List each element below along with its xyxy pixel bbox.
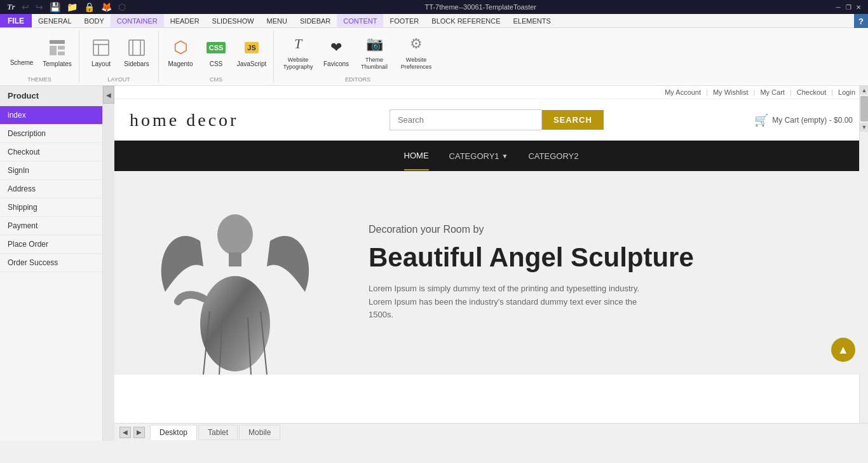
- favicons-icon: ❤: [326, 38, 346, 58]
- svg-point-11: [217, 214, 253, 255]
- toolbar-theme-thumbnail-btn[interactable]: 📷 ThemeThumbnail: [355, 31, 393, 74]
- toolbar-editors-items: T WebsiteTypography ❤ Favicons 📷 ThemeTh…: [279, 31, 437, 74]
- qa-icon-open[interactable]: 📁: [65, 1, 79, 13]
- theme-thumbnail-label: ThemeThumbnail: [361, 57, 388, 71]
- svg-rect-1: [50, 46, 57, 55]
- title-bar: Tr ↩ ↪ 💾 📁 🔒 🦊 ⬡ TT-7theme--30061-Templa…: [0, 0, 868, 14]
- help-btn[interactable]: ?: [854, 14, 868, 28]
- sidebars-icon: [126, 38, 147, 58]
- search-area: SEARCH: [390, 109, 604, 130]
- menu-container[interactable]: CONTAINER: [111, 14, 164, 27]
- toolbar-editors-section: T WebsiteTypography ❤ Favicons 📷 ThemeTh…: [274, 31, 442, 83]
- toolbar-sidebars-btn[interactable]: Sidebars: [120, 31, 153, 74]
- file-menu[interactable]: FILE: [0, 14, 32, 27]
- cart-area: 🛒 My Cart (empty) - $0.00: [754, 113, 853, 127]
- toolbar-magento-btn[interactable]: ⬡ Magento: [164, 31, 197, 74]
- my-wishlist-link[interactable]: My Wishlist: [713, 88, 749, 96]
- toolbar: Scheme Templates Themes Layout: [0, 28, 868, 86]
- menu-content[interactable]: CONTENT: [337, 14, 383, 27]
- next-page-btn[interactable]: ▶: [133, 427, 145, 438]
- layout-label: Layout: [92, 60, 111, 67]
- sidebar-item-description[interactable]: Description: [0, 125, 102, 143]
- nav-item-category2[interactable]: CATEGORY2: [528, 142, 578, 170]
- my-account-link[interactable]: My Account: [665, 88, 701, 96]
- sidebars-label: Sidebars: [124, 60, 149, 67]
- sidebar-item-signin[interactable]: SignIn: [0, 162, 102, 180]
- scroll-down-arrow[interactable]: ▼: [860, 123, 868, 132]
- menu-general[interactable]: GENERAL: [32, 14, 78, 27]
- angel-sculpture-svg: [146, 184, 324, 375]
- preview-header: home decor SEARCH 🛒 My Cart (empty) - $0…: [114, 99, 868, 141]
- preview-hero: Decoration your Room by Beautiful Angel …: [114, 171, 868, 375]
- qa-icon-firefox[interactable]: 🦊: [99, 1, 114, 13]
- thumbnail-icon: 📷: [364, 34, 384, 54]
- search-input[interactable]: [390, 109, 542, 130]
- menu-header[interactable]: HEADER: [164, 14, 206, 27]
- close-btn[interactable]: ✕: [854, 3, 863, 11]
- sidebar: Product index Description Checkout SignI…: [0, 86, 103, 441]
- nav-item-home[interactable]: HOME: [404, 142, 429, 170]
- restore-btn[interactable]: ❐: [844, 3, 853, 11]
- toolbar-css-btn[interactable]: CSS CSS: [200, 31, 233, 74]
- hero-title: Beautiful Angel Sculpture: [369, 243, 843, 272]
- qa-icon-magento[interactable]: ⬡: [116, 1, 128, 13]
- prev-page-btn[interactable]: ◀: [119, 427, 131, 438]
- menu-sidebar[interactable]: SIDEBAR: [294, 14, 337, 27]
- menu-body[interactable]: BODY: [78, 14, 111, 27]
- js-label: JavaScript: [237, 60, 267, 67]
- tab-mobile[interactable]: Mobile: [239, 425, 280, 440]
- checkout-link[interactable]: Checkout: [797, 88, 826, 96]
- menu-menu[interactable]: MENU: [261, 14, 294, 27]
- toolbar-website-typography-btn[interactable]: T WebsiteTypography: [279, 31, 317, 74]
- js-icon: JS: [241, 38, 262, 58]
- toolbar-website-preferences-btn[interactable]: ⚙ WebsitePreferences: [396, 31, 437, 74]
- my-cart-link[interactable]: My Cart: [760, 88, 785, 96]
- sidebar-item-index[interactable]: index: [0, 106, 102, 125]
- css-label: CSS: [210, 60, 223, 67]
- scroll-up-arrow[interactable]: ▲: [860, 86, 868, 95]
- toolbar-favicons-btn[interactable]: ❤ Favicons: [320, 31, 353, 74]
- scheme-label: Scheme: [10, 59, 34, 66]
- qa-icon-save[interactable]: 💾: [48, 1, 62, 13]
- toolbar-layout-btn[interactable]: Layout: [85, 31, 118, 74]
- toolbar-javascript-btn[interactable]: JS JavaScript: [235, 31, 268, 74]
- login-link[interactable]: Login: [838, 88, 855, 96]
- main-layout: Product index Description Checkout SignI…: [0, 86, 868, 441]
- themes-section-label: Themes: [27, 76, 51, 83]
- qa-icon-undo[interactable]: ↩: [20, 1, 31, 13]
- sidebar-item-payment[interactable]: Payment: [0, 217, 102, 235]
- menu-block-reference[interactable]: BLOCK REFERENCE: [425, 14, 506, 27]
- sidebar-item-address[interactable]: Address: [0, 180, 102, 198]
- scroll-to-top-btn[interactable]: ▲: [831, 338, 855, 362]
- qa-icon-redo[interactable]: ↪: [34, 1, 45, 13]
- sidebar-item-shipping[interactable]: Shipping: [0, 198, 102, 217]
- toolbar-scheme-btn[interactable]: Scheme: [5, 31, 38, 74]
- magento-icon: ⬡: [170, 38, 191, 58]
- tab-desktop[interactable]: Desktop: [150, 425, 197, 440]
- qa-icon-tr[interactable]: Tr: [5, 1, 17, 13]
- qa-icon-lock[interactable]: 🔒: [82, 1, 97, 13]
- tab-tablet[interactable]: Tablet: [198, 425, 238, 440]
- menu-footer[interactable]: FOOTER: [383, 14, 425, 27]
- sidebar-item-checkout[interactable]: Checkout: [0, 143, 102, 162]
- scrollbar-thumb[interactable]: [860, 96, 868, 121]
- nav-item-category1[interactable]: CATEGORY1 ▼: [449, 142, 508, 170]
- css-icon: CSS: [206, 38, 226, 58]
- svg-rect-3: [58, 52, 65, 55]
- sidebar-item-order-success[interactable]: Order Success: [0, 254, 102, 272]
- cart-icon: 🛒: [754, 113, 768, 127]
- collapse-sidebar-btn[interactable]: ◀: [103, 86, 114, 104]
- toolbar-templates-btn[interactable]: Templates: [41, 31, 74, 74]
- website-typography-label: WebsiteTypography: [283, 57, 313, 71]
- menu-slideshow[interactable]: SLIDESHOW: [206, 14, 261, 27]
- sidebar-title: Product: [0, 86, 102, 106]
- dropdown-arrow-icon: ▼: [502, 153, 508, 160]
- search-button[interactable]: SEARCH: [542, 110, 604, 130]
- minimize-btn[interactable]: ─: [834, 3, 843, 11]
- scheme-icon: [13, 39, 31, 57]
- templates-icon: [47, 38, 67, 58]
- menu-elements[interactable]: ELEMENTS: [507, 14, 557, 27]
- templates-label: Templates: [43, 60, 72, 67]
- sidebar-item-place-order[interactable]: Place Order: [0, 235, 102, 254]
- svg-rect-0: [50, 40, 65, 44]
